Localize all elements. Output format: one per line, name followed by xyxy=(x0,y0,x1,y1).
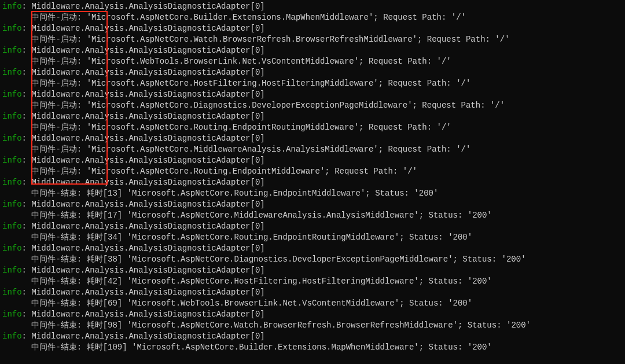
middleware-end-label: 中间件-结束: xyxy=(31,255,86,264)
middleware-start-label: 中间件-启动: xyxy=(31,101,86,110)
elapsed-time: 耗时[69] xyxy=(87,299,127,308)
middleware-start-label: 中间件-启动: xyxy=(31,167,86,176)
request-path: Request Path: '/' xyxy=(334,167,417,176)
middleware-start-label: 中间件-启动: xyxy=(31,57,86,66)
middleware-name: 'Microsoft.WebTools.BrowserLink.Net.VsCo… xyxy=(127,299,409,308)
log-source: Middleware.Analysis.AnalysisDiagnosticAd… xyxy=(31,332,264,341)
log-line: 中间件-启动: 'Microsoft.AspNetCore.HostFilter… xyxy=(2,78,623,89)
log-line: 中间件-结束: 耗时[109] 'Microsoft.AspNetCore.Bu… xyxy=(2,342,623,353)
log-line: info: Middleware.Analysis.AnalysisDiagno… xyxy=(2,45,623,56)
log-source: Middleware.Analysis.AnalysisDiagnosticAd… xyxy=(31,200,264,209)
status-code: Status: '200' xyxy=(409,233,472,242)
log-line: info: Middleware.Analysis.AnalysisDiagno… xyxy=(2,111,623,122)
log-level: info xyxy=(2,310,22,319)
log-source: Middleware.Analysis.AnalysisDiagnosticAd… xyxy=(31,112,264,121)
elapsed-time: 耗时[13] xyxy=(87,189,127,198)
log-line: 中间件-结束: 耗时[42] 'Microsoft.AspNetCore.Hos… xyxy=(2,276,623,287)
middleware-name: 'Microsoft.AspNetCore.Routing.EndpointRo… xyxy=(127,233,409,242)
middleware-end-label: 中间件-结束: xyxy=(31,299,86,308)
log-source: Middleware.Analysis.AnalysisDiagnosticAd… xyxy=(31,24,264,33)
log-line: info: Middleware.Analysis.AnalysisDiagno… xyxy=(2,23,623,34)
log-source: Middleware.Analysis.AnalysisDiagnosticAd… xyxy=(31,310,264,319)
middleware-name: 'Microsoft.AspNetCore.Routing.EndpointRo… xyxy=(87,123,369,132)
request-path: Request Path: '/' xyxy=(369,123,451,132)
log-source: Middleware.Analysis.AnalysisDiagnosticAd… xyxy=(31,266,264,275)
log-line: 中间件-启动: 'Microsoft.AspNetCore.Builder.Ex… xyxy=(2,12,623,23)
request-path: Request Path: '/' xyxy=(369,57,451,66)
status-code: Status: '200' xyxy=(468,321,531,330)
request-path: Request Path: '/' xyxy=(383,13,466,22)
middleware-end-label: 中间件-结束: xyxy=(31,189,86,198)
log-line: 中间件-启动: 'Microsoft.AspNetCore.Middleware… xyxy=(2,144,623,155)
log-level: info xyxy=(2,288,22,297)
log-line: 中间件-启动: 'Microsoft.AspNetCore.Routing.En… xyxy=(2,166,623,177)
console-output: info: Middleware.Analysis.AnalysisDiagno… xyxy=(0,0,625,354)
log-level: info xyxy=(2,178,22,187)
elapsed-time: 耗时[17] xyxy=(87,211,127,220)
log-line: info: Middleware.Analysis.AnalysisDiagno… xyxy=(2,265,623,276)
request-path: Request Path: '/' xyxy=(422,101,505,110)
log-line: 中间件-结束: 耗时[98] 'Microsoft.AspNetCore.Wat… xyxy=(2,320,623,331)
log-source: Middleware.Analysis.AnalysisDiagnosticAd… xyxy=(31,68,264,77)
status-code: Status: '200' xyxy=(429,343,492,352)
log-level: info xyxy=(2,200,22,209)
status-code: Status: '200' xyxy=(409,299,472,308)
log-line: info: Middleware.Analysis.AnalysisDiagno… xyxy=(2,199,623,210)
log-line: 中间件-启动: 'Microsoft.AspNetCore.Diagnostic… xyxy=(2,100,623,111)
log-source: Middleware.Analysis.AnalysisDiagnosticAd… xyxy=(31,222,264,231)
log-level: info xyxy=(2,2,22,11)
middleware-start-label: 中间件-启动: xyxy=(31,79,86,88)
log-source: Middleware.Analysis.AnalysisDiagnosticAd… xyxy=(31,178,264,187)
log-level: info xyxy=(2,156,22,165)
middleware-name: 'Microsoft.AspNetCore.HostFiltering.Host… xyxy=(87,79,388,88)
middleware-name: 'Microsoft.AspNetCore.MiddlewareAnalysis… xyxy=(87,145,388,154)
middleware-start-label: 中间件-启动: xyxy=(31,35,86,44)
middleware-name: 'Microsoft.AspNetCore.Diagnostics.Develo… xyxy=(127,255,463,264)
middleware-end-label: 中间件-结束: xyxy=(31,277,86,286)
log-level: info xyxy=(2,266,22,275)
log-line: 中间件-结束: 耗时[38] 'Microsoft.AspNetCore.Dia… xyxy=(2,254,623,265)
log-source: Middleware.Analysis.AnalysisDiagnosticAd… xyxy=(31,46,264,55)
log-line: 中间件-启动: 'Microsoft.WebTools.BrowserLink.… xyxy=(2,56,623,67)
log-source: Middleware.Analysis.AnalysisDiagnosticAd… xyxy=(31,288,264,297)
log-line: info: Middleware.Analysis.AnalysisDiagno… xyxy=(2,133,623,144)
status-code: Status: '200' xyxy=(462,255,525,264)
log-source: Middleware.Analysis.AnalysisDiagnosticAd… xyxy=(31,156,264,165)
middleware-name: 'Microsoft.WebTools.BrowserLink.Net.VsCo… xyxy=(87,57,369,66)
middleware-name: 'Microsoft.AspNetCore.Watch.BrowserRefre… xyxy=(87,35,427,44)
log-level: info xyxy=(2,112,22,121)
middleware-start-label: 中间件-启动: xyxy=(31,123,86,132)
log-level: info xyxy=(2,90,22,99)
request-path: Request Path: '/' xyxy=(388,79,471,88)
middleware-name: 'Microsoft.AspNetCore.Routing.EndpointMi… xyxy=(87,167,334,176)
middleware-end-label: 中间件-结束: xyxy=(31,321,86,330)
log-source: Middleware.Analysis.AnalysisDiagnosticAd… xyxy=(31,2,264,11)
middleware-name: 'Microsoft.AspNetCore.Builder.Extensions… xyxy=(87,13,383,22)
log-line: info: Middleware.Analysis.AnalysisDiagno… xyxy=(2,331,623,342)
middleware-name: 'Microsoft.AspNetCore.Routing.EndpointMi… xyxy=(127,189,375,198)
status-code: Status: '200' xyxy=(375,189,438,198)
elapsed-time: 耗时[109] xyxy=(87,343,132,352)
request-path: Request Path: '/' xyxy=(388,145,471,154)
middleware-name: 'Microsoft.AspNetCore.MiddlewareAnalysis… xyxy=(127,211,429,220)
status-code: Status: '200' xyxy=(429,211,492,220)
log-line: 中间件-结束: 耗时[34] 'Microsoft.AspNetCore.Rou… xyxy=(2,232,623,243)
log-level: info xyxy=(2,68,22,77)
request-path: Request Path: '/' xyxy=(427,35,510,44)
log-level: info xyxy=(2,222,22,231)
log-line: 中间件-启动: 'Microsoft.AspNetCore.Routing.En… xyxy=(2,122,623,133)
log-line: info: Middleware.Analysis.AnalysisDiagno… xyxy=(2,309,623,320)
log-level: info xyxy=(2,46,22,55)
log-source: Middleware.Analysis.AnalysisDiagnosticAd… xyxy=(31,134,264,143)
elapsed-time: 耗时[42] xyxy=(87,277,127,286)
middleware-start-label: 中间件-启动: xyxy=(31,145,86,154)
status-code: Status: '200' xyxy=(429,277,492,286)
middleware-name: 'Microsoft.AspNetCore.HostFiltering.Host… xyxy=(127,277,429,286)
log-line: info: Middleware.Analysis.AnalysisDiagno… xyxy=(2,155,623,166)
log-line: 中间件-结束: 耗时[17] 'Microsoft.AspNetCore.Mid… xyxy=(2,210,623,221)
log-line: info: Middleware.Analysis.AnalysisDiagno… xyxy=(2,67,623,78)
middleware-start-label: 中间件-启动: xyxy=(31,13,86,22)
log-line: info: Middleware.Analysis.AnalysisDiagno… xyxy=(2,1,623,12)
elapsed-time: 耗时[98] xyxy=(87,321,127,330)
middleware-end-label: 中间件-结束: xyxy=(31,343,86,352)
